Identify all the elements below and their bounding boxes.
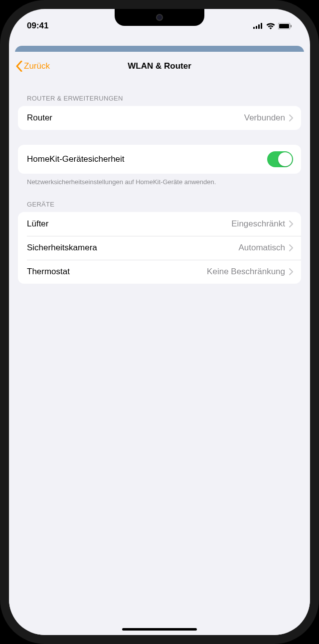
back-button-label: Zurück	[24, 61, 50, 71]
router-group: Router Verbunden	[18, 106, 301, 130]
security-group: HomeKit-Gerätesicherheit	[18, 145, 301, 174]
cellular-signal-icon	[253, 23, 263, 29]
content: ROUTER & ERWEITERUNGEN Router Verbunden …	[9, 81, 310, 284]
device-row-luefter[interactable]: Lüfter Eingeschränkt	[18, 212, 301, 236]
section-header-devices: GERÄTE	[18, 187, 301, 212]
chevron-right-icon	[289, 114, 293, 121]
svg-rect-0	[253, 27, 255, 29]
back-button[interactable]: Zurück	[16, 61, 50, 72]
svg-rect-6	[291, 25, 292, 27]
homekit-security-toggle[interactable]	[267, 151, 293, 167]
nav-bar: Zurück WLAN & Router	[9, 52, 310, 81]
front-camera	[156, 14, 163, 21]
device-value: Keine Beschränkung	[207, 267, 285, 277]
router-row-value: Verbunden	[244, 113, 285, 123]
section-header-router: ROUTER & ERWEITERUNGEN	[18, 81, 301, 106]
phone-frame: 09:41 Zurück WLAN & Router	[0, 0, 319, 644]
chevron-left-icon	[16, 61, 22, 72]
svg-rect-2	[258, 24, 260, 29]
status-time: 09:41	[27, 21, 48, 31]
device-row-thermostat[interactable]: Thermostat Keine Beschränkung	[27, 260, 301, 284]
settings-sheet: Zurück WLAN & Router ROUTER & ERWEITERUN…	[9, 52, 310, 635]
device-row-sicherheitskamera[interactable]: Sicherheitskamera Automatisch	[27, 236, 301, 260]
status-icons	[253, 23, 292, 29]
svg-rect-3	[261, 23, 262, 29]
router-row-label: Router	[27, 113, 52, 123]
device-label: Thermostat	[27, 267, 70, 277]
homekit-security-row: HomeKit-Gerätesicherheit	[18, 145, 301, 174]
device-label: Lüfter	[27, 219, 48, 229]
chevron-right-icon	[289, 220, 293, 227]
security-footer: Netzwerksicherheitseinstellungen auf Hom…	[18, 174, 301, 187]
page-title: WLAN & Router	[128, 61, 191, 71]
svg-rect-1	[256, 26, 257, 29]
device-value: Eingeschränkt	[231, 219, 285, 229]
svg-rect-5	[279, 24, 289, 28]
home-indicator[interactable]	[122, 628, 197, 631]
device-value: Automatisch	[238, 243, 285, 253]
device-label: Sicherheitskamera	[27, 243, 97, 253]
chevron-right-icon	[289, 244, 293, 251]
homekit-security-label: HomeKit-Gerätesicherheit	[27, 154, 125, 164]
battery-icon	[278, 23, 292, 29]
chevron-right-icon	[289, 268, 293, 275]
wifi-icon	[266, 23, 275, 29]
notch	[115, 9, 204, 26]
phone-screen: 09:41 Zurück WLAN & Router	[9, 9, 310, 635]
devices-group: Lüfter Eingeschränkt Sicherheitskamera A…	[18, 212, 301, 284]
router-row[interactable]: Router Verbunden	[18, 106, 301, 130]
